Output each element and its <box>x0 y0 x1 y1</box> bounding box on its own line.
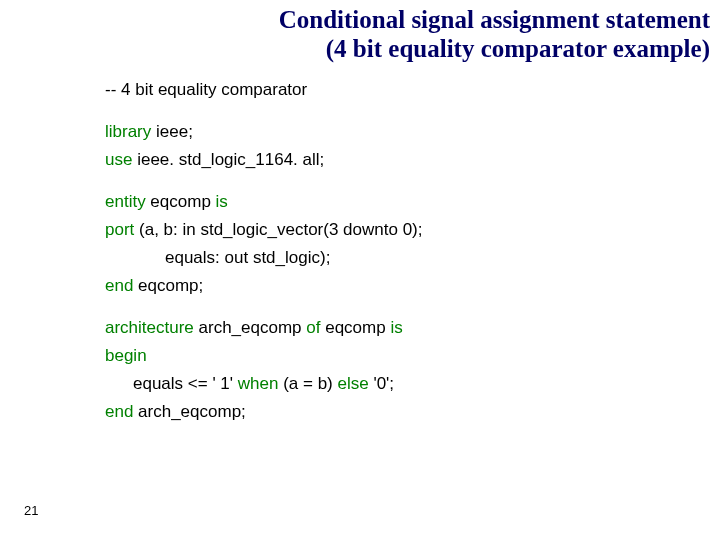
code-line-port2: equals: out std_logic); <box>105 244 423 272</box>
code-line-begin: begin <box>105 342 423 370</box>
code-line-comment: -- 4 bit equality comparator <box>105 76 423 104</box>
txt-arch-name: arch_eqcomp <box>194 318 306 337</box>
title-line-2: (4 bit equality comparator example) <box>326 35 710 62</box>
txt-assign-a: equals <= ' 1' <box>133 374 238 393</box>
txt-end-entity: eqcomp; <box>133 276 203 295</box>
code-line-assign: equals <= ' 1' when (a = b) else '0'; <box>105 370 423 398</box>
code-line-architecture: architecture arch_eqcomp of eqcomp is <box>105 314 423 342</box>
kw-else: else <box>338 374 369 393</box>
txt-port-equals: equals: out std_logic); <box>165 248 330 267</box>
txt-port-ab: (a, b: in std_logic_vector(3 downto 0); <box>134 220 422 239</box>
code-block: -- 4 bit equality comparator library iee… <box>105 76 423 427</box>
kw-library: library <box>105 122 151 141</box>
kw-architecture: architecture <box>105 318 194 337</box>
txt-arch-of: eqcomp <box>320 318 390 337</box>
blank-line <box>105 104 423 118</box>
blank-line <box>105 300 423 314</box>
code-line-entity: entity eqcomp is <box>105 188 423 216</box>
kw-when: when <box>238 374 279 393</box>
title-line-1: Conditional signal assignment statement <box>279 6 710 33</box>
code-line-use: use ieee. std_logic_1164. all; <box>105 146 423 174</box>
code-line-library: library ieee; <box>105 118 423 146</box>
slide-title: Conditional signal assignment statement … <box>120 6 710 64</box>
txt-assign-b: (a = b) <box>278 374 337 393</box>
kw-begin: begin <box>105 346 147 365</box>
kw-is: is <box>216 192 228 211</box>
kw-use: use <box>105 150 132 169</box>
txt-entity-name: eqcomp <box>146 192 216 211</box>
kw-port: port <box>105 220 134 239</box>
txt-assign-c: '0'; <box>369 374 394 393</box>
slide: Conditional signal assignment statement … <box>0 0 720 540</box>
kw-entity: entity <box>105 192 146 211</box>
txt-library: ieee; <box>151 122 193 141</box>
txt-use: ieee. std_logic_1164. all; <box>132 150 324 169</box>
kw-end: end <box>105 276 133 295</box>
code-line-end-arch: end arch_eqcomp; <box>105 398 423 426</box>
page-number: 21 <box>24 503 38 518</box>
kw-is-arch: is <box>390 318 402 337</box>
blank-line <box>105 174 423 188</box>
comment-text: -- 4 bit equality comparator <box>105 80 307 99</box>
txt-end-arch: arch_eqcomp; <box>133 402 245 421</box>
code-line-port: port (a, b: in std_logic_vector(3 downto… <box>105 216 423 244</box>
kw-end-arch: end <box>105 402 133 421</box>
kw-of: of <box>306 318 320 337</box>
code-line-end-entity: end eqcomp; <box>105 272 423 300</box>
